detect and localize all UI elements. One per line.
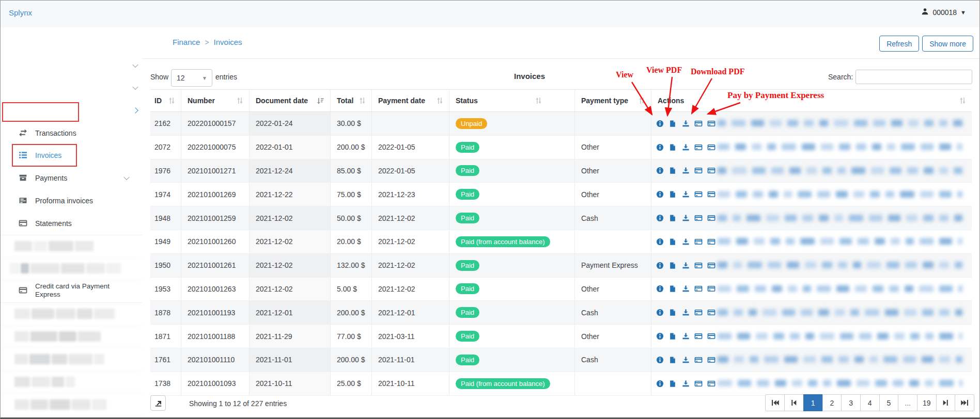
pay-card-2-button[interactable] [707, 214, 715, 222]
cell-doc: 2021-12-02 [250, 230, 331, 253]
pagination-last-button[interactable] [955, 394, 974, 411]
view-invoice-button[interactable] [656, 143, 664, 151]
column-header-actions[interactable]: Actions [651, 90, 972, 111]
view-pdf-button[interactable] [668, 214, 677, 222]
pagination-page-5-button[interactable]: 5 [879, 394, 899, 411]
user-menu[interactable]: 000018 ▼ [921, 8, 966, 17]
pay-card-2-button[interactable] [707, 309, 715, 317]
column-header-payment-type[interactable]: Payment type [575, 90, 651, 111]
sidebar-item-statements[interactable]: Statements [1, 212, 142, 235]
pay-card-2-button[interactable] [707, 237, 715, 246]
show-more-button[interactable]: Show more [922, 36, 973, 52]
view-pdf-button[interactable] [668, 261, 677, 269]
view-invoice-button[interactable] [656, 379, 664, 388]
download-pdf-button[interactable] [681, 309, 690, 317]
download-pdf-button[interactable] [681, 119, 690, 127]
sidebar-item-invoices[interactable]: Invoices [1, 144, 142, 167]
column-header-status[interactable]: Status [449, 90, 575, 111]
pagination-next-button[interactable] [936, 394, 956, 411]
download-pdf-button[interactable] [681, 214, 690, 222]
pay-card-2-button[interactable] [707, 332, 715, 341]
sidebar-item-redacted [1, 370, 142, 394]
pay-card-2-button[interactable] [707, 356, 715, 364]
export-button[interactable] [150, 395, 166, 411]
column-header-document-date[interactable]: Document date [250, 90, 331, 111]
sidebar-item-payments[interactable]: Payments [1, 167, 142, 190]
view-invoice-button[interactable] [656, 167, 664, 175]
pay-card-1-button[interactable] [694, 309, 703, 317]
download-pdf-button[interactable] [681, 261, 690, 269]
download-pdf-button[interactable] [681, 143, 690, 151]
download-pdf-button[interactable] [681, 190, 690, 199]
view-pdf-button[interactable] [668, 332, 677, 341]
pay-card-2-button[interactable] [707, 167, 715, 175]
pagination-page-1-button[interactable]: 1 [803, 394, 823, 411]
pagination-page-19-button[interactable]: 19 [917, 394, 937, 411]
view-pdf-button[interactable] [668, 309, 677, 317]
view-pdf-button[interactable] [668, 237, 677, 246]
cell-paydate: 2021-12-23 [372, 183, 449, 206]
view-invoice-button[interactable] [656, 309, 664, 317]
pay-card-1-button[interactable] [694, 356, 703, 364]
pay-card-1-button[interactable] [694, 214, 703, 222]
pay-card-1-button[interactable] [694, 237, 703, 246]
view-invoice-button[interactable] [656, 261, 664, 269]
view-invoice-button[interactable] [656, 190, 664, 199]
view-pdf-button[interactable] [668, 379, 677, 388]
download-pdf-button[interactable] [681, 285, 690, 293]
view-pdf-button[interactable] [668, 119, 677, 127]
download-pdf-button[interactable] [681, 167, 690, 175]
pay-card-2-button[interactable] [707, 143, 715, 151]
cell-paydate: 2021-12-02 [372, 230, 449, 253]
sidebar-item-proforma-invoices[interactable]: Proforma invoices [1, 189, 142, 213]
view-pdf-button[interactable] [668, 167, 677, 175]
view-invoice-button[interactable] [656, 237, 664, 246]
pay-card-2-button[interactable] [707, 379, 715, 388]
pay-card-1-button[interactable] [694, 190, 703, 199]
view-invoice-button[interactable] [656, 356, 664, 364]
breadcrumb-invoices[interactable]: Invoices [214, 38, 242, 46]
pay-card-2-button[interactable] [707, 190, 715, 199]
pagination-page-3-button[interactable]: 3 [841, 394, 861, 411]
view-pdf-button[interactable] [668, 356, 677, 364]
pagination-page-2-button[interactable]: 2 [822, 394, 842, 411]
brand-logo[interactable]: Splynx [9, 8, 32, 17]
refresh-button[interactable]: Refresh [879, 36, 919, 52]
download-pdf-button[interactable] [681, 379, 690, 388]
view-invoice-button[interactable] [656, 119, 664, 127]
column-header-payment-date[interactable]: Payment date [372, 90, 449, 111]
redacted-block [61, 263, 85, 273]
pay-card-1-button[interactable] [694, 379, 703, 388]
pay-card-2-button[interactable] [707, 119, 715, 127]
sidebar-item-credit-card-via-payment-express[interactable]: Credit card via Payment Express [1, 278, 142, 303]
breadcrumb-finance[interactable]: Finance [173, 38, 200, 46]
download-pdf-button[interactable] [681, 356, 690, 364]
pagination-page-4-button[interactable]: 4 [860, 394, 880, 411]
pay-card-1-button[interactable] [694, 285, 703, 293]
column-header-total[interactable]: Total [331, 90, 372, 111]
view-pdf-button[interactable] [668, 285, 677, 293]
view-pdf-button[interactable] [668, 190, 677, 199]
view-invoice-button[interactable] [656, 214, 664, 222]
pay-card-2-button[interactable] [707, 285, 715, 293]
pay-card-1-button[interactable] [694, 119, 703, 127]
view-pdf-button[interactable] [668, 143, 677, 151]
column-header-id[interactable]: ID [150, 90, 181, 111]
pay-card-2-button[interactable] [707, 261, 715, 269]
search-input[interactable] [855, 70, 972, 84]
pagination-first-button[interactable] [765, 394, 785, 411]
pay-card-1-button[interactable] [694, 167, 703, 175]
pay-card-1-button[interactable] [694, 332, 703, 341]
download-pdf-button[interactable] [681, 332, 690, 341]
column-header-number[interactable]: Number [181, 90, 250, 111]
table-header-row: IDNumberDocument dateTotalPayment dateSt… [150, 90, 972, 112]
pay-card-1-button[interactable] [694, 143, 703, 151]
cell-status: Paid [449, 136, 575, 159]
download-pdf-button[interactable] [681, 237, 690, 246]
pagination-prev-button[interactable] [784, 394, 804, 411]
pay-card-1-button[interactable] [694, 261, 703, 269]
view-invoice-button[interactable] [656, 285, 664, 293]
sidebar-item-transactions[interactable]: Transactions [1, 122, 142, 145]
page-size-select[interactable]: 12 ▼ [171, 69, 212, 87]
view-invoice-button[interactable] [656, 332, 664, 341]
